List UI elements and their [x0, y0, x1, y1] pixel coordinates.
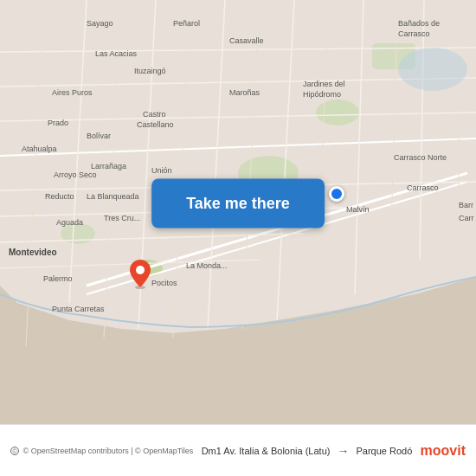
svg-text:Maroñas: Maroñas: [229, 88, 261, 97]
moovit-logo: moovit: [421, 443, 466, 459]
map-container: Bañados de Carrasco Carrasco Norte Carra…: [0, 0, 476, 424]
svg-text:Pocitos: Pocitos: [151, 279, 177, 287]
svg-text:Malvín: Malvín: [346, 205, 370, 214]
svg-point-67: [136, 266, 145, 274]
svg-text:Unión: Unión: [151, 166, 172, 175]
take-me-there-button[interactable]: Take me there: [151, 179, 325, 228]
to-stop: Parque Rodó: [356, 446, 412, 456]
svg-text:Jardines del: Jardines del: [303, 80, 345, 88]
svg-point-32: [398, 48, 467, 91]
svg-text:Tres Cru...: Tres Cru...: [104, 214, 140, 222]
svg-text:Castro: Castro: [143, 110, 166, 119]
arrow-icon: →: [337, 444, 349, 458]
svg-text:Ituzaingó: Ituzaingó: [134, 67, 166, 75]
svg-text:Larrañaga: Larrañaga: [91, 162, 126, 170]
svg-text:Bañados de: Bañados de: [398, 19, 440, 28]
svg-text:Montevideo: Montevideo: [9, 248, 57, 257]
svg-text:Carrasco Norte: Carrasco Norte: [394, 153, 447, 162]
svg-text:La Monda...: La Monda...: [186, 261, 228, 270]
svg-text:Reducto: Reducto: [45, 192, 74, 201]
svg-text:Palermo: Palermo: [43, 274, 73, 283]
svg-point-4: [316, 100, 359, 125]
svg-text:Carrasco: Carrasco: [407, 183, 439, 192]
svg-text:Hipódromo: Hipódromo: [303, 90, 341, 99]
svg-text:Aguada: Aguada: [56, 218, 83, 227]
svg-text:Castellano: Castellano: [137, 120, 174, 129]
svg-text:Las Acacias: Las Acacias: [95, 49, 138, 58]
destination-pin: [128, 258, 152, 289]
route-info: Dm1 Av. Italia & Bolonia (Latu) → Parque…: [193, 444, 420, 458]
svg-text:Sayago: Sayago: [87, 19, 113, 28]
svg-text:Atahualpa: Atahualpa: [22, 145, 57, 153]
copyright-icon: ©: [10, 447, 19, 455]
svg-text:Bolívar: Bolívar: [87, 132, 111, 140]
svg-text:Casavalle: Casavalle: [229, 36, 264, 45]
footer: © © OpenStreetMap contributors | © OpenM…: [0, 424, 476, 476]
svg-text:Carr: Carr: [459, 214, 474, 222]
svg-text:Carrasco: Carrasco: [398, 29, 430, 38]
svg-text:Barr: Barr: [459, 201, 473, 209]
from-stop: Dm1 Av. Italia & Bolonia (Latu): [202, 446, 331, 456]
attribution: © © OpenStreetMap contributors | © OpenM…: [10, 447, 193, 455]
svg-text:Punta Carretas: Punta Carretas: [52, 305, 105, 313]
svg-text:Prado: Prado: [48, 119, 68, 127]
svg-text:Peñarol: Peñarol: [173, 19, 200, 28]
svg-text:Arroyo Seco: Arroyo Seco: [54, 170, 97, 179]
origin-dot: [329, 186, 344, 202]
moovit-text: moovit: [421, 443, 466, 458]
svg-text:La Blanqueada: La Blanqueada: [87, 192, 139, 201]
svg-text:Aires Puros: Aires Puros: [52, 88, 93, 97]
